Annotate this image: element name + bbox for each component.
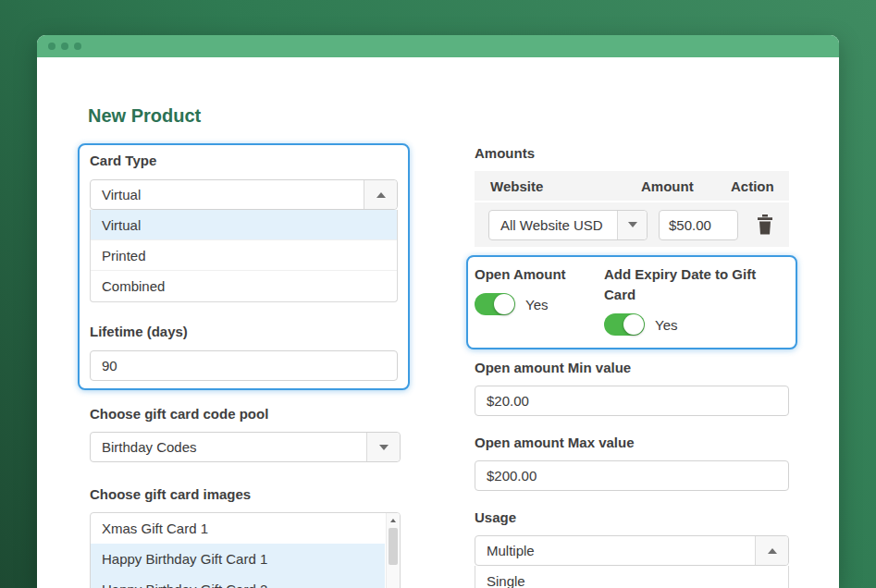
open-amount-toggle-group: Open Amount Yes bbox=[475, 264, 604, 336]
scrollbar-thumb[interactable] bbox=[389, 528, 398, 565]
chevron-down-icon bbox=[628, 222, 637, 227]
scroll-up-icon bbox=[390, 519, 396, 522]
amounts-label: Amounts bbox=[475, 143, 789, 164]
column-header-amount: Amount bbox=[641, 178, 731, 194]
expiry-state: Yes bbox=[655, 317, 677, 333]
code-pool-label: Choose gift card code pool bbox=[90, 404, 401, 424]
open-amount-label: Open Amount bbox=[475, 264, 604, 285]
listbox-scrollbar[interactable] bbox=[386, 513, 400, 588]
window-content: New Product Card Type Virtual Virtual Pr… bbox=[37, 57, 839, 588]
expiry-toggle-row: Yes bbox=[604, 313, 786, 336]
usage-select[interactable]: Multiple bbox=[475, 535, 789, 566]
lifetime-input[interactable]: 90 bbox=[90, 350, 398, 381]
card-type-selected-value: Virtual bbox=[102, 187, 141, 202]
chevron-up-icon bbox=[376, 192, 386, 198]
website-dropdown-button[interactable] bbox=[617, 211, 647, 239]
website-selected-value: All Website USD bbox=[500, 217, 603, 233]
open-amount-max-value: $200.00 bbox=[487, 468, 537, 484]
open-amount-toggle-row: Yes bbox=[475, 293, 604, 315]
window-dot-minimize-icon[interactable] bbox=[61, 43, 68, 50]
amount-value: $50.00 bbox=[669, 217, 711, 233]
open-amount-toggle[interactable] bbox=[475, 293, 515, 315]
open-amount-min-field: Open amount Min value $20.00 Open amount… bbox=[475, 358, 789, 588]
chevron-up-icon bbox=[768, 548, 777, 554]
open-amount-min-label: Open amount Min value bbox=[475, 358, 789, 378]
delete-row-button[interactable] bbox=[753, 213, 777, 237]
card-type-focus-panel: Card Type Virtual Virtual Printed Combin… bbox=[78, 143, 410, 390]
card-type-option-combined[interactable]: Combined bbox=[91, 271, 397, 301]
code-pool-selected-value: Birthday Codes bbox=[102, 439, 197, 455]
open-amount-max-label: Open amount Max value bbox=[475, 433, 789, 453]
expiry-label: Add Expiry Date to Gift Card bbox=[604, 264, 786, 305]
chevron-down-icon bbox=[379, 445, 389, 450]
scroll-up-button[interactable] bbox=[387, 514, 400, 527]
gift-card-images-listbox: Xmas Gift Card 1 Happy Birthday Gift Car… bbox=[90, 512, 401, 588]
card-type-option-virtual[interactable]: Virtual bbox=[91, 210, 397, 240]
amounts-table: Website Amount Action All Website USD $5… bbox=[475, 171, 789, 247]
usage-dropdown-button[interactable] bbox=[755, 536, 788, 565]
toggle-knob bbox=[494, 294, 514, 314]
page-title: New Product bbox=[88, 105, 201, 127]
open-amount-min-input[interactable]: $20.00 bbox=[475, 386, 789, 416]
open-amount-min-value: $20.00 bbox=[487, 393, 529, 409]
open-amount-state: Yes bbox=[525, 297, 548, 312]
lifetime-label: Lifetime (days) bbox=[90, 322, 398, 342]
window-titlebar[interactable] bbox=[37, 35, 839, 57]
website-select[interactable]: All Website USD bbox=[488, 210, 648, 240]
card-type-select[interactable]: Virtual bbox=[90, 179, 398, 210]
code-pool-select[interactable]: Birthday Codes bbox=[90, 432, 401, 462]
image-item-birthday-1[interactable]: Happy Birthday Gift Card 1 bbox=[91, 544, 385, 574]
image-item-birthday-2[interactable]: Happy Birthday Gift Card 2 bbox=[91, 574, 385, 588]
amount-input[interactable]: $50.00 bbox=[659, 210, 738, 240]
window-dot-close-icon[interactable] bbox=[48, 43, 56, 50]
code-pool-field: Choose gift card code pool Birthday Code… bbox=[90, 404, 401, 588]
card-type-dropdown-button[interactable] bbox=[364, 180, 397, 209]
left-column: Card Type Virtual Virtual Printed Combin… bbox=[78, 143, 410, 588]
amounts-table-header: Website Amount Action bbox=[475, 171, 789, 202]
expiry-toggle-group: Add Expiry Date to Gift Card Yes bbox=[604, 264, 786, 336]
usage-option-single[interactable]: Single bbox=[475, 566, 788, 588]
card-type-options-list: Virtual Printed Combined bbox=[90, 210, 398, 302]
trash-icon bbox=[755, 214, 775, 236]
usage-label: Usage bbox=[475, 508, 789, 528]
app-window: New Product Card Type Virtual Virtual Pr… bbox=[37, 35, 839, 588]
column-header-website: Website bbox=[490, 178, 641, 194]
usage-selected-value: Multiple bbox=[487, 543, 535, 558]
usage-options-list: Single Multiple bbox=[475, 566, 789, 588]
open-amount-max-input[interactable]: $200.00 bbox=[475, 460, 789, 491]
toggles-focus-panel: Open Amount Yes Add Expiry Date to Gift … bbox=[466, 255, 797, 349]
code-pool-dropdown-button[interactable] bbox=[366, 433, 400, 461]
expiry-toggle[interactable] bbox=[604, 313, 645, 336]
image-item-xmas-1[interactable]: Xmas Gift Card 1 bbox=[91, 513, 385, 544]
card-type-option-printed[interactable]: Printed bbox=[91, 240, 397, 271]
window-dot-maximize-icon[interactable] bbox=[74, 43, 81, 50]
lifetime-value: 90 bbox=[102, 358, 117, 374]
gift-card-images-label: Choose gift card images bbox=[90, 484, 401, 505]
amounts-table-row: All Website USD $50.00 bbox=[475, 202, 789, 247]
right-column: Amounts Website Amount Action All Websit… bbox=[466, 143, 797, 588]
toggle-knob bbox=[623, 314, 644, 335]
card-type-label: Card Type bbox=[90, 151, 398, 171]
column-header-action: Action bbox=[731, 178, 774, 194]
